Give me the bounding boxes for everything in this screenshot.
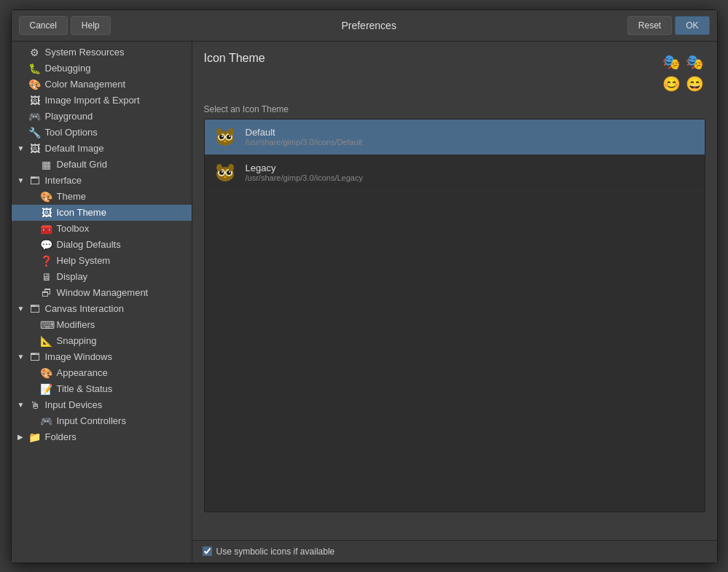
label-title-status: Title & Status — [57, 383, 113, 394]
theme-item-legacy[interactable]: Legacy/usr/share/gimp/3.0/icons/Legacy — [205, 155, 705, 191]
label-playground: Playground — [45, 111, 93, 122]
symbolic-icons-label: Use symbolic icons if available — [216, 546, 335, 557]
sidebar: ⚙System Resources🐛Debugging🎨Color Manage… — [12, 42, 192, 563]
header-right-buttons: Reset OK — [627, 16, 710, 35]
sidebar-item-modifiers[interactable]: ⌨Modifiers — [12, 317, 192, 333]
sidebar-item-window-management[interactable]: 🗗Window Management — [12, 285, 192, 301]
main-panel: Icon Theme 🎭 🎭 😊 😄 Select an Icon Theme — [192, 42, 717, 563]
theme-info-legacy: Legacy/usr/share/gimp/3.0/icons/Legacy — [246, 162, 363, 182]
label-default-grid: Default Grid — [57, 159, 107, 170]
sidebar-item-toolbox[interactable]: 🧰Toolbox — [12, 221, 192, 237]
reset-button[interactable]: Reset — [627, 16, 672, 35]
icon-image-import-export: 🖼 — [28, 95, 42, 106]
theme-path-default: /usr/share/gimp/3.0/icons/Default — [246, 138, 363, 146]
icon-help-system: ❓ — [40, 255, 53, 267]
theme-item-default[interactable]: Default/usr/share/gimp/3.0/icons/Default — [205, 120, 705, 155]
ok-button[interactable]: OK — [675, 16, 709, 35]
sidebar-item-system-resources[interactable]: ⚙System Resources — [12, 44, 192, 60]
icon-debugging: 🐛 — [28, 63, 42, 74]
label-help-system: Help System — [57, 255, 111, 266]
sidebar-item-icon-theme[interactable]: 🖼Icon Theme — [12, 205, 192, 221]
sidebar-item-tool-options[interactable]: 🔧Tool Options — [12, 125, 192, 141]
sidebar-item-playground[interactable]: 🎮Playground — [12, 109, 192, 125]
icon-system-resources: ⚙ — [28, 47, 42, 58]
sidebar-item-appearance[interactable]: 🎨Appearance — [12, 365, 192, 381]
label-interface: Interface — [45, 175, 82, 186]
icon-folders: 📁 — [28, 431, 42, 443]
header-left-buttons: Cancel Help — [19, 16, 111, 35]
panel-decorative-icons: 🎭 🎭 😊 😄 — [662, 52, 705, 94]
icon-window-management: 🗗 — [40, 287, 53, 299]
dialog-header: Cancel Help Preferences Reset OK — [12, 10, 717, 42]
sidebar-item-default-image[interactable]: ▼🖼Default Image — [12, 141, 192, 157]
icon-toolbox: 🧰 — [40, 223, 53, 235]
svg-point-17 — [222, 171, 223, 173]
icon-display: 🖥 — [40, 271, 53, 283]
icon-row-bottom: 😊 😄 — [662, 74, 705, 94]
icon-dialog-defaults: 💬 — [40, 239, 53, 251]
label-color-management: Color Management — [45, 79, 126, 90]
arrow-folders: ▶ — [17, 433, 26, 441]
dialog-body: ⚙System Resources🐛Debugging🎨Color Manage… — [12, 42, 717, 563]
icon-theme-list[interactable]: Default/usr/share/gimp/3.0/icons/Default… — [204, 119, 705, 512]
section-label: Select an Icon Theme — [204, 104, 705, 114]
sidebar-item-interface[interactable]: ▼🗔Interface — [12, 173, 192, 189]
arrow-canvas-interaction: ▼ — [17, 305, 26, 313]
theme-name-default: Default — [246, 127, 363, 138]
owl-svg-default — [214, 125, 237, 149]
icon-snapping: 📐 — [40, 335, 53, 347]
svg-point-3 — [219, 135, 224, 139]
label-input-devices: Input Devices — [45, 399, 103, 410]
icon-playground: 🎮 — [28, 111, 42, 122]
sidebar-item-folders[interactable]: ▶📁Folders — [12, 429, 192, 445]
label-toolbox: Toolbox — [57, 223, 90, 234]
icon-canvas-interaction: 🗔 — [28, 303, 42, 315]
label-modifiers: Modifiers — [57, 319, 95, 330]
theme-thumb-legacy — [212, 160, 238, 186]
sidebar-item-default-grid[interactable]: ▦Default Grid — [12, 157, 192, 173]
icon-appearance: 🎨 — [40, 367, 53, 379]
sidebar-item-debugging[interactable]: 🐛Debugging — [12, 60, 192, 77]
sidebar-item-theme[interactable]: 🎨Theme — [12, 189, 192, 205]
theme-path-legacy: /usr/share/gimp/3.0/icons/Legacy — [246, 173, 363, 182]
theme-name-legacy: Legacy — [246, 162, 363, 173]
cancel-button[interactable]: Cancel — [19, 16, 68, 35]
symbolic-icons-checkbox-label[interactable]: Use symbolic icons if available — [203, 546, 335, 557]
sidebar-item-snapping[interactable]: 📐Snapping — [12, 333, 192, 349]
preferences-dialog: Cancel Help Preferences Reset OK ⚙System… — [11, 9, 718, 563]
label-image-windows: Image Windows — [45, 351, 112, 362]
arrow-image-windows: ▼ — [17, 353, 26, 361]
label-icon-theme: Icon Theme — [57, 207, 106, 218]
sidebar-item-input-controllers[interactable]: 🎮Input Controllers — [12, 413, 192, 429]
arrow-input-devices: ▼ — [17, 401, 26, 409]
sidebar-item-image-import-export[interactable]: 🖼Image Import & Export — [12, 93, 192, 109]
sidebar-item-color-management[interactable]: 🎨Color Management — [12, 77, 192, 93]
sidebar-item-dialog-defaults[interactable]: 💬Dialog Defaults — [12, 237, 192, 253]
arrow-interface: ▼ — [17, 176, 26, 184]
sidebar-item-display[interactable]: 🖥Display — [12, 269, 192, 285]
label-dialog-defaults: Dialog Defaults — [57, 239, 121, 250]
sidebar-item-input-devices[interactable]: ▼🖱Input Devices — [12, 397, 192, 413]
theme-thumb-default — [212, 124, 238, 150]
help-button[interactable]: Help — [71, 16, 111, 35]
icon-interface: 🗔 — [28, 175, 42, 187]
sidebar-item-canvas-interaction[interactable]: ▼🗔Canvas Interaction — [12, 301, 192, 317]
icon-modifiers: ⌨ — [40, 319, 53, 331]
icon-theme: 🎨 — [40, 191, 53, 203]
icon-icon-theme: 🖼 — [40, 207, 53, 219]
icon-tool-options: 🔧 — [28, 127, 42, 138]
svg-point-15 — [219, 171, 224, 175]
icon-color-management: 🎨 — [28, 79, 42, 90]
label-input-controllers: Input Controllers — [57, 415, 126, 426]
sidebar-item-image-windows[interactable]: ▼🗔Image Windows — [12, 349, 192, 365]
sidebar-item-title-status[interactable]: 📝Title & Status — [12, 381, 192, 397]
panel-icon-4: 😄 — [685, 74, 705, 94]
panel-icon-1: 🎭 — [662, 52, 682, 72]
label-folders: Folders — [45, 431, 77, 442]
content-area: Icon Theme 🎭 🎭 😊 😄 Select an Icon Theme — [192, 42, 717, 540]
icon-title-status: 📝 — [40, 383, 53, 395]
arrow-default-image: ▼ — [17, 144, 26, 152]
symbolic-icons-checkbox[interactable] — [203, 546, 212, 556]
sidebar-item-help-system[interactable]: ❓Help System — [12, 253, 192, 269]
label-display: Display — [57, 271, 88, 282]
